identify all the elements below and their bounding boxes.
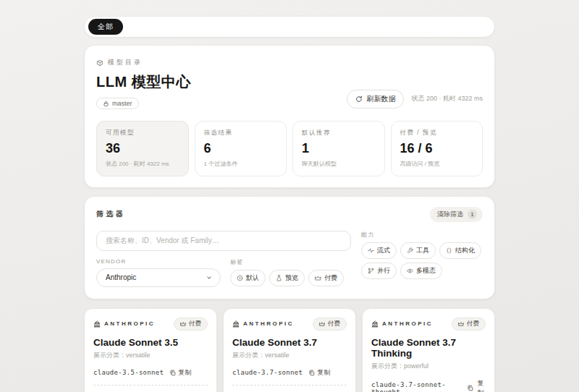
copy-icon [308, 370, 315, 376]
search-input[interactable] [96, 231, 351, 251]
stats-row: 可用模型 36 状态 200 · 耗时 4322 ms 筛选结果 6 1 个过滤… [96, 121, 483, 176]
branch-badge: master [96, 98, 139, 109]
capability-chip-multimodal[interactable]: 多模态 [400, 263, 442, 279]
vendor-name: ANTHROPIC [382, 320, 433, 327]
capabilities-label: 能力 [361, 231, 483, 239]
paid-badge: 付费 [452, 318, 486, 331]
crown-icon [180, 321, 186, 327]
chip-label: 并行 [377, 266, 390, 276]
vendor-row: ANTHROPIC [371, 320, 433, 328]
header-card: 模型目录 LLM 模型中心 master 刷新数据 状态 200 · 耗时 43… [84, 45, 495, 188]
stat-label: 可用模型 [106, 129, 179, 137]
vendor-selected-value: Anthropic [106, 273, 136, 281]
vendor-row: ANTHROPIC [232, 320, 294, 328]
capability-chip-streaming[interactable]: 流式 [361, 242, 397, 259]
building-icon [232, 320, 240, 328]
stat-value: 6 [204, 141, 278, 156]
filter-left-column: VENDOR Anthropic 标签 默认 [96, 231, 351, 287]
tag-chip-default[interactable]: 默认 [230, 270, 266, 286]
vendor-group: VENDOR Anthropic [96, 258, 221, 287]
stat-value: 1 [302, 141, 376, 156]
model-cards-row: ANTHROPIC 付费 Claude Sonnet 3.5 展示分类：vers… [84, 308, 495, 392]
crown-icon [315, 275, 321, 281]
copy-model-id-button[interactable]: 复制 [308, 368, 330, 378]
model-title: Claude Sonnet 3.7 [232, 337, 347, 348]
chip-label: 流式 [377, 246, 390, 255]
copy-icon [467, 385, 473, 391]
stat-label: 默认推荐 [302, 129, 376, 137]
model-category: 展示分类：versatile [232, 351, 347, 360]
vendor-name: ANTHROPIC [104, 320, 155, 327]
paid-badge-label: 付费 [328, 320, 340, 328]
stat-default-recommended: 默认推荐 1 聊天默认模型 [292, 121, 385, 176]
clear-filters-button[interactable]: 清除筛选 1 [430, 207, 483, 222]
tags-group: 标签 默认 预览 付费 [230, 258, 344, 287]
header-actions: 刷新数据 状态 200 · 耗时 4322 ms [347, 90, 483, 110]
clear-filters-label: 清除筛选 [437, 210, 463, 219]
tag-chip-preview[interactable]: 预览 [269, 270, 305, 286]
divider [232, 385, 347, 385]
chip-label: 默认 [246, 273, 259, 283]
chip-label: 结构化 [455, 246, 475, 255]
clear-filters-count-badge: 1 [468, 210, 477, 219]
copy-label: 复制 [317, 368, 330, 378]
model-card-claude-sonnet-3-7-thinking: ANTHROPIC 付费 Claude Sonnet 3.7 Thinking … [362, 308, 495, 392]
eyebrow-label: 模型目录 [108, 58, 143, 67]
chip-label: 多模态 [416, 266, 436, 276]
title-block: LLM 模型中心 master [96, 72, 191, 110]
vendor-select[interactable]: Anthropic [96, 268, 221, 287]
capability-chip-parallel[interactable]: 并行 [361, 263, 397, 279]
stat-caption: 状态 200 · 耗时 4322 ms [106, 160, 179, 168]
chevron-down-icon [206, 274, 213, 281]
eye-icon [407, 268, 413, 274]
stat-available-models: 可用模型 36 状态 200 · 耗时 4322 ms [96, 121, 189, 176]
copy-model-id-button[interactable]: 复制 [169, 368, 191, 378]
model-id: claude-3.7-sonnet-thought [371, 381, 461, 392]
braces-icon [446, 247, 452, 254]
tag-chips: 默认 预览 付费 [230, 270, 344, 286]
model-card-claude-sonnet-3-5: ANTHROPIC 付费 Claude Sonnet 3.5 展示分类：vers… [84, 308, 217, 392]
crown-icon [319, 321, 325, 327]
tag-chip-paid[interactable]: 付费 [308, 270, 344, 286]
building-icon [93, 320, 101, 328]
branch-icon [368, 268, 374, 274]
branch-name: master [112, 100, 132, 107]
flask-icon [276, 275, 282, 281]
vendor-row: ANTHROPIC [93, 320, 155, 328]
capability-chips: 流式 工具 结构化 并行 [361, 242, 483, 279]
wrench-icon [407, 247, 413, 254]
copy-model-id-button[interactable]: 复制 [467, 379, 486, 392]
paid-badge-label: 付费 [467, 320, 479, 328]
capability-chip-structured[interactable]: 结构化 [439, 242, 481, 259]
stat-value: 16 / 6 [400, 141, 474, 156]
status-text: 状态 200 · 耗时 4322 ms [411, 94, 483, 103]
chip-label: 付费 [324, 273, 337, 283]
vendor-label: VENDOR [96, 258, 221, 265]
model-title: Claude Sonnet 3.7 Thinking [371, 337, 486, 359]
stat-label: 筛选结果 [204, 129, 278, 137]
tab-all[interactable]: 全部 [88, 19, 123, 35]
refresh-label: 刷新数据 [366, 94, 395, 104]
page-container: 全部 模型目录 LLM 模型中心 master 刷新数据 状态 200 · 耗时… [84, 0, 495, 392]
category-tabs-bar: 全部 [84, 16, 495, 38]
model-id: claude-3.5-sonnet [93, 369, 164, 376]
vendor-name: ANTHROPIC [243, 320, 294, 327]
stat-filter-results: 筛选结果 6 1 个过滤条件 [195, 121, 287, 176]
catalog-box-icon [96, 59, 103, 67]
filter-card: 筛选器 清除筛选 1 VENDOR Anthropic [84, 196, 495, 299]
divider [93, 385, 208, 385]
stat-caption: 1 个过滤条件 [204, 160, 278, 168]
lock-icon [103, 101, 109, 107]
refresh-icon [355, 95, 363, 103]
model-category: 展示分类：powerful [371, 362, 486, 371]
circle-dot-icon [237, 275, 243, 281]
chip-label: 预览 [285, 273, 298, 283]
stat-label: 付费 / 预览 [400, 129, 474, 137]
paid-badge: 付费 [313, 318, 347, 331]
capability-chip-tools[interactable]: 工具 [400, 242, 436, 259]
tags-label: 标签 [230, 258, 344, 266]
capabilities-group: 能力 流式 工具 结构化 并 [361, 231, 483, 287]
copy-icon [169, 370, 176, 376]
refresh-button[interactable]: 刷新数据 [347, 90, 404, 108]
stat-paid-preview: 付费 / 预览 16 / 6 高级访问 / 预览 [391, 121, 483, 176]
